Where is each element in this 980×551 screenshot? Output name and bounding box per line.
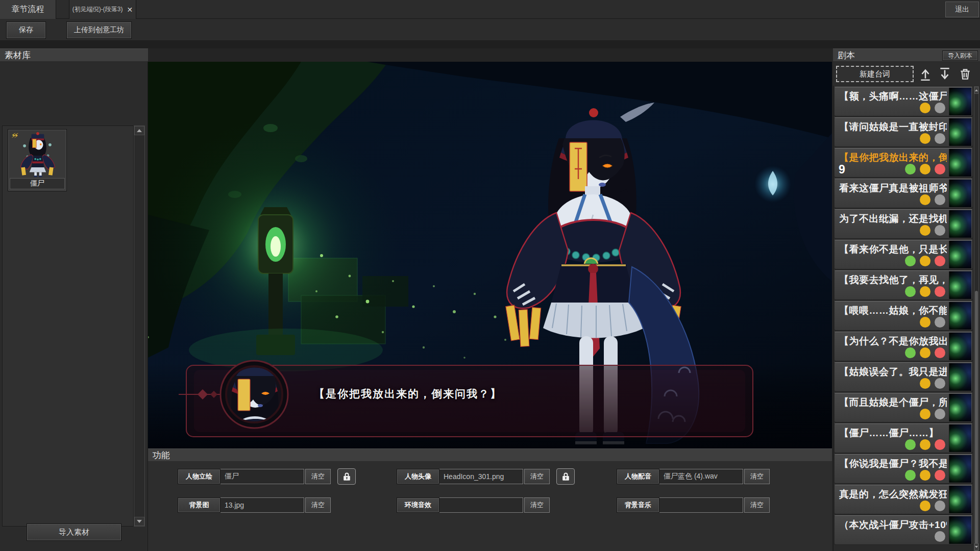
save-button[interactable]: 保存 bbox=[6, 21, 46, 39]
new-line-button[interactable]: 新建台词 bbox=[836, 66, 914, 82]
status-dot-yellow[interactable] bbox=[920, 470, 930, 481]
field-input[interactable] bbox=[659, 469, 743, 484]
status-dot-yellow[interactable] bbox=[920, 225, 930, 236]
script-line-item[interactable]: 真是的，怎么突然就发狂了？ bbox=[834, 485, 973, 514]
status-dots bbox=[905, 286, 945, 297]
script-line-text: 【额，头痛啊……这僵尸被封 bbox=[839, 90, 947, 103]
status-dot-gray[interactable] bbox=[935, 409, 945, 419]
tab-document[interactable]: (初见端倪)-(段落3) ✕ bbox=[69, 0, 136, 19]
status-dot-red[interactable] bbox=[935, 256, 945, 266]
tab-chapter-flow[interactable]: 章节流程 bbox=[0, 0, 56, 19]
script-line-item[interactable]: 【喂喂……姑娘，你不能离开 bbox=[834, 301, 973, 331]
status-dot-gray[interactable] bbox=[935, 225, 945, 236]
move-top-icon[interactable] bbox=[918, 66, 933, 82]
status-dot-yellow[interactable] bbox=[920, 378, 930, 389]
scroll-up-icon[interactable] bbox=[974, 87, 978, 94]
scene-thumbnail bbox=[949, 455, 971, 483]
script-line-item[interactable]: 【我要去找他了，再见，谢谢 bbox=[834, 270, 973, 300]
status-dot-yellow[interactable] bbox=[920, 256, 930, 266]
script-line-text: 【是你把我放出来的，倒来问 bbox=[839, 151, 947, 164]
lock-icon[interactable] bbox=[556, 468, 575, 485]
status-dot-yellow[interactable] bbox=[920, 347, 930, 358]
script-line-text: 真是的，怎么突然就发狂了？ bbox=[839, 488, 947, 501]
script-line-text: 看来这僵尸真是被祖师爷封印 bbox=[839, 182, 947, 195]
script-line-item[interactable]: 【看来你不是他，只是长的像 bbox=[834, 240, 973, 269]
status-dot-yellow[interactable] bbox=[920, 103, 930, 113]
clear-button[interactable]: 清空 bbox=[744, 469, 770, 484]
status-dot-gray[interactable] bbox=[935, 133, 945, 144]
scroll-up-icon[interactable] bbox=[134, 126, 144, 135]
status-dot-gray[interactable] bbox=[935, 531, 945, 542]
script-line-item[interactable]: 【僵尸……僵尸……】 bbox=[834, 423, 973, 453]
move-bottom-icon[interactable] bbox=[937, 66, 952, 82]
exit-button[interactable]: 退出 bbox=[945, 2, 979, 17]
clear-button[interactable]: 清空 bbox=[305, 469, 331, 484]
clear-button[interactable]: 清空 bbox=[524, 469, 550, 484]
status-dot-yellow[interactable] bbox=[920, 164, 930, 174]
script-line-item[interactable]: 【是你把我放出来的，倒来问 9 bbox=[834, 148, 973, 178]
script-line-item[interactable]: 【为什么？不是你放我出来的 bbox=[834, 332, 973, 361]
status-dot-green[interactable] bbox=[905, 470, 916, 481]
script-line-item[interactable]: 【你说我是僵尸？我不是僵尸 bbox=[834, 454, 973, 484]
script-line-item[interactable]: （本次战斗僵尸攻击+10%） bbox=[834, 515, 973, 545]
functions-header: 功能 bbox=[148, 448, 832, 462]
script-line-text: 为了不出纰漏，还是找机会先 bbox=[839, 212, 947, 226]
script-scrollbar[interactable] bbox=[974, 86, 979, 551]
field-input[interactable] bbox=[220, 469, 304, 484]
field-input[interactable] bbox=[439, 469, 523, 484]
trash-icon[interactable] bbox=[958, 66, 973, 82]
status-dot-yellow[interactable] bbox=[920, 133, 930, 144]
status-dots bbox=[920, 103, 945, 113]
upload-workshop-button[interactable]: 上传到创意工坊 bbox=[66, 21, 132, 39]
status-dot-yellow[interactable] bbox=[920, 409, 930, 419]
field-input[interactable] bbox=[220, 497, 304, 513]
status-dot-yellow[interactable] bbox=[920, 317, 930, 328]
clear-button[interactable]: 清空 bbox=[744, 497, 770, 513]
status-dot-yellow[interactable] bbox=[920, 286, 930, 297]
script-line-item[interactable]: 【请问姑娘是一直被封印在这 bbox=[834, 117, 973, 147]
field-input[interactable] bbox=[659, 497, 743, 513]
status-dot-gray[interactable] bbox=[935, 317, 945, 328]
status-dot-green[interactable] bbox=[905, 347, 916, 358]
script-line-item[interactable]: 【姑娘误会了。我只是进来逛 bbox=[834, 362, 973, 392]
scroll-down-icon[interactable] bbox=[974, 543, 978, 550]
import-asset-button[interactable]: 导入素材 bbox=[27, 523, 121, 541]
status-dot-green[interactable] bbox=[905, 286, 916, 297]
status-dot-gray[interactable] bbox=[935, 378, 945, 389]
scroll-down-icon[interactable] bbox=[134, 517, 144, 526]
function-field: 人物立绘 清空 bbox=[178, 468, 356, 485]
functions-title: 功能 bbox=[153, 449, 170, 461]
script-line-item[interactable]: 【额，头痛啊……这僵尸被封 bbox=[834, 87, 973, 116]
status-dot-yellow[interactable] bbox=[920, 500, 930, 511]
script-line-item[interactable]: 【而且姑娘是个僵尸，所以断 bbox=[834, 393, 973, 422]
status-dot-red[interactable] bbox=[935, 470, 945, 481]
status-dot-green[interactable] bbox=[905, 164, 916, 174]
import-script-button[interactable]: 导入剧本 bbox=[942, 51, 978, 61]
script-line-text: 【我要去找他了，再见，谢谢 bbox=[839, 273, 947, 287]
clear-button[interactable]: 清空 bbox=[524, 497, 550, 513]
asset-card-jiangshi[interactable]: ⚡⚡ 僵尸 bbox=[8, 129, 67, 191]
field-input[interactable] bbox=[439, 497, 523, 513]
status-dot-gray[interactable] bbox=[935, 194, 945, 205]
scene-thumbnail bbox=[949, 333, 971, 360]
status-dot-gray[interactable] bbox=[935, 500, 945, 511]
status-dot-green[interactable] bbox=[905, 439, 916, 450]
status-dot-red[interactable] bbox=[935, 439, 945, 450]
scroll-thumb[interactable] bbox=[975, 291, 978, 551]
clear-button[interactable]: 清空 bbox=[305, 497, 331, 513]
status-dot-red[interactable] bbox=[935, 347, 945, 358]
library-scrollbar[interactable] bbox=[134, 126, 145, 527]
status-dots bbox=[905, 470, 945, 481]
status-dot-gray[interactable] bbox=[935, 103, 945, 113]
script-line-item[interactable]: 为了不出纰漏，还是找机会先 bbox=[834, 209, 973, 239]
lock-icon[interactable] bbox=[337, 468, 356, 485]
status-dot-yellow[interactable] bbox=[920, 194, 930, 205]
script-line-text: 【你说我是僵尸？我不是僵尸 bbox=[839, 457, 947, 470]
close-icon[interactable]: ✕ bbox=[127, 6, 133, 14]
script-line-item[interactable]: 看来这僵尸真是被祖师爷封印 bbox=[834, 179, 973, 208]
status-dot-green[interactable] bbox=[905, 256, 916, 266]
scene-thumbnail bbox=[949, 424, 971, 452]
status-dot-red[interactable] bbox=[935, 164, 945, 174]
status-dot-yellow[interactable] bbox=[920, 439, 930, 450]
status-dot-red[interactable] bbox=[935, 286, 945, 297]
